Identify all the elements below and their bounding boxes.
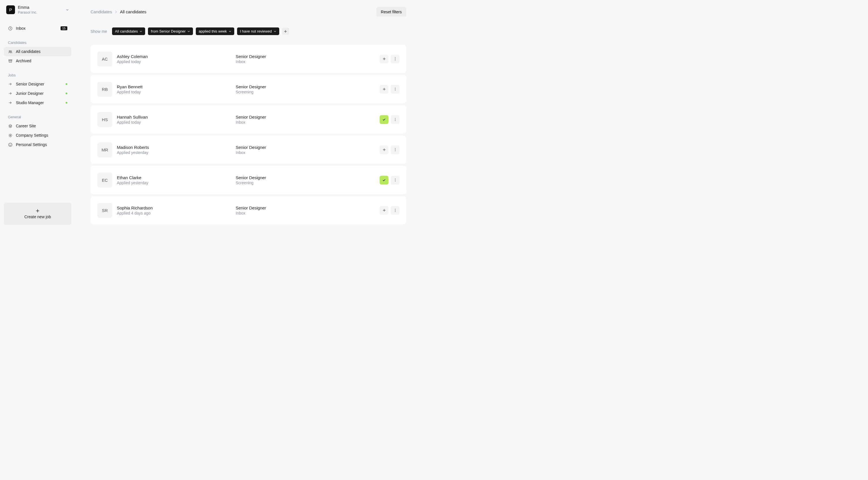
candidate-name: Ryan Bennett bbox=[117, 84, 236, 89]
svg-point-23 bbox=[395, 209, 395, 209]
svg-point-6 bbox=[9, 144, 10, 145]
sidebar-item-inbox[interactable]: Inbox 15 bbox=[4, 24, 71, 33]
more-actions-button[interactable] bbox=[391, 146, 400, 154]
sidebar-item-junior-designer[interactable]: Junior Designer bbox=[4, 89, 71, 98]
sidebar-item-archived[interactable]: Archived bbox=[4, 56, 71, 66]
candidate-card[interactable]: HSHannah SullivanApplied todaySenior Des… bbox=[91, 105, 406, 133]
svg-point-19 bbox=[395, 151, 395, 151]
sidebar-item-label: Company Settings bbox=[16, 133, 67, 138]
svg-point-5 bbox=[8, 143, 12, 146]
svg-point-7 bbox=[10, 144, 11, 145]
filter-chip-applied-period[interactable]: applied this week bbox=[196, 27, 234, 35]
candidate-card[interactable]: MRMadison RobertsApplied yesterdaySenior… bbox=[91, 136, 406, 164]
candidate-stage: Inbox bbox=[236, 59, 380, 64]
create-new-job-button[interactable]: Create new job bbox=[4, 203, 71, 225]
candidate-applied: Applied 4 days ago bbox=[117, 211, 236, 215]
candidate-avatar: MR bbox=[97, 142, 112, 157]
candidate-name: Madison Roberts bbox=[117, 145, 236, 150]
candidate-card[interactable]: ACAshley ColemanApplied todaySenior Desi… bbox=[91, 45, 406, 73]
status-dot-icon bbox=[66, 93, 67, 94]
sidebar-item-company-settings[interactable]: Company Settings bbox=[4, 131, 71, 140]
svg-point-1 bbox=[9, 50, 10, 52]
filter-chip-review-status[interactable]: I have not reviewed bbox=[237, 27, 279, 35]
main-content: Candidates All candidates Reset filters … bbox=[75, 0, 416, 230]
candidate-role: Senior Designer bbox=[236, 206, 380, 210]
chip-label: applied this week bbox=[198, 29, 227, 33]
candidate-avatar: SR bbox=[97, 203, 112, 218]
more-actions-button[interactable] bbox=[391, 55, 400, 63]
sidebar-item-label: All candidates bbox=[16, 49, 67, 54]
filter-label: Show me bbox=[91, 29, 107, 34]
add-button[interactable] bbox=[380, 146, 389, 154]
chevron-down-icon bbox=[140, 30, 142, 33]
filter-chip-from-role[interactable]: from Senior Designer bbox=[148, 27, 193, 35]
sidebar-item-all-candidates[interactable]: All candidates bbox=[4, 47, 71, 56]
candidate-stage: Inbox bbox=[236, 150, 380, 155]
sidebar-item-career-site[interactable]: Career Site bbox=[4, 121, 71, 131]
users-icon bbox=[8, 49, 12, 54]
more-actions-button[interactable] bbox=[391, 85, 400, 94]
candidate-applied: Applied today bbox=[117, 90, 236, 94]
reviewed-button[interactable] bbox=[380, 115, 389, 124]
plus-icon bbox=[36, 209, 40, 213]
chevron-down-icon bbox=[274, 30, 276, 33]
svg-point-2 bbox=[10, 51, 11, 52]
add-button[interactable] bbox=[380, 85, 389, 94]
svg-rect-3 bbox=[8, 60, 11, 61]
candidate-card[interactable]: RBRyan BennettApplied todaySenior Design… bbox=[91, 75, 406, 103]
candidate-avatar: AC bbox=[97, 52, 112, 66]
sidebar-item-personal-settings[interactable]: Personal Settings bbox=[4, 140, 71, 149]
candidate-card[interactable]: SRSophia RichardsonApplied 4 days agoSen… bbox=[91, 196, 406, 224]
candidate-card[interactable]: ECEthan ClarkeApplied yesterdaySenior De… bbox=[91, 166, 406, 194]
plus-icon bbox=[284, 30, 287, 33]
svg-point-25 bbox=[395, 211, 395, 212]
chevron-down-icon bbox=[228, 30, 231, 33]
svg-point-11 bbox=[395, 88, 395, 88]
breadcrumb-current: All candidates bbox=[120, 9, 146, 14]
svg-point-20 bbox=[395, 179, 395, 179]
arrow-right-icon bbox=[8, 100, 12, 105]
sidebar-item-label: Junior Designer bbox=[16, 91, 62, 96]
sidebar-item-senior-designer[interactable]: Senior Designer bbox=[4, 80, 71, 89]
user-name: Emma bbox=[18, 5, 63, 10]
breadcrumb: Candidates All candidates bbox=[91, 9, 146, 14]
candidate-stage: Screening bbox=[236, 90, 380, 94]
more-vertical-icon bbox=[394, 117, 397, 121]
more-vertical-icon bbox=[394, 87, 397, 91]
more-actions-button[interactable] bbox=[391, 176, 400, 184]
org-switcher[interactable]: P Emma Parasol Inc. bbox=[4, 5, 71, 15]
add-filter-button[interactable] bbox=[282, 28, 289, 35]
clock-icon bbox=[8, 26, 12, 31]
sidebar-item-label: Studio Manager bbox=[16, 100, 62, 105]
candidate-applied: Applied yesterday bbox=[117, 150, 236, 155]
sidebar-item-studio-manager[interactable]: Studio Manager bbox=[4, 98, 71, 108]
svg-point-21 bbox=[395, 180, 395, 180]
plus-icon bbox=[382, 57, 386, 61]
svg-point-17 bbox=[395, 148, 395, 149]
section-general: General bbox=[4, 115, 71, 119]
more-actions-button[interactable] bbox=[391, 206, 400, 215]
candidate-applied: Applied yesterday bbox=[117, 181, 236, 185]
candidate-name: Ashley Coleman bbox=[117, 54, 236, 59]
candidate-name: Ethan Clarke bbox=[117, 175, 236, 180]
candidate-applied: Applied today bbox=[117, 120, 236, 124]
add-button[interactable] bbox=[380, 206, 389, 215]
breadcrumb-root[interactable]: Candidates bbox=[91, 9, 112, 14]
more-actions-button[interactable] bbox=[391, 115, 400, 124]
add-button[interactable] bbox=[380, 55, 389, 63]
candidate-role: Senior Designer bbox=[236, 115, 380, 119]
status-dot-icon bbox=[66, 102, 67, 103]
chip-label: All candidates bbox=[115, 29, 138, 33]
candidate-stage: Inbox bbox=[236, 120, 380, 124]
gear-icon bbox=[8, 133, 12, 138]
svg-point-22 bbox=[395, 181, 395, 181]
reset-filters-button[interactable]: Reset filters bbox=[376, 7, 406, 17]
chip-label: from Senior Designer bbox=[151, 29, 186, 33]
sidebar-item-label: Archived bbox=[16, 59, 67, 63]
candidate-stage: Inbox bbox=[236, 211, 380, 215]
candidate-avatar: RB bbox=[97, 82, 112, 97]
reviewed-button[interactable] bbox=[380, 176, 389, 184]
candidate-role: Senior Designer bbox=[236, 54, 380, 59]
filter-chip-all-candidates[interactable]: All candidates bbox=[112, 27, 145, 35]
chevron-right-icon bbox=[115, 10, 117, 13]
